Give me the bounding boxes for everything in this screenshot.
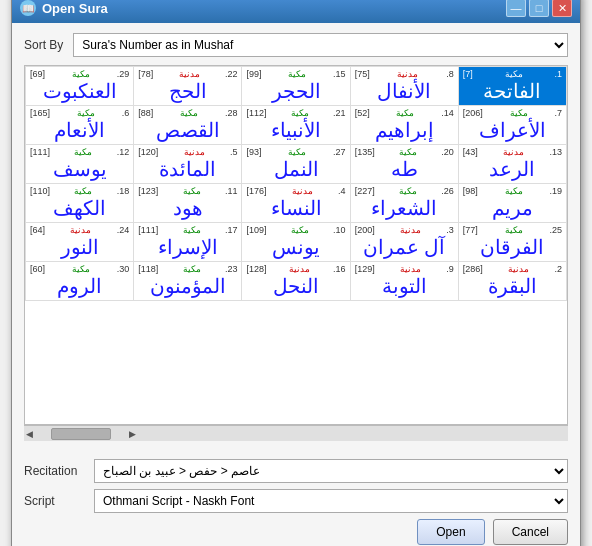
sura-verse-count: [227] bbox=[355, 186, 375, 196]
sura-type: مدنية bbox=[179, 69, 200, 79]
sura-type: مدنية bbox=[397, 69, 418, 79]
sura-type: مكية bbox=[399, 186, 417, 196]
table-row[interactable]: 5. مدنية [120] المائدة bbox=[134, 145, 242, 184]
sura-type: مكية bbox=[180, 108, 198, 118]
maximize-button[interactable]: □ bbox=[529, 0, 549, 17]
sura-verse-count: [206] bbox=[463, 108, 483, 118]
sura-type: مكية bbox=[183, 186, 201, 196]
window-title: Open Sura bbox=[42, 1, 108, 16]
sura-type: مدنية bbox=[508, 264, 529, 274]
table-row[interactable]: 27. مكية [93] النمل bbox=[242, 145, 350, 184]
sura-grid[interactable]: 1. مكية [7] الفاتحة 8. مدنية [75] الأنفا… bbox=[24, 65, 568, 425]
sura-verse-count: [75] bbox=[355, 69, 370, 79]
open-button[interactable]: Open bbox=[417, 519, 484, 545]
sort-by-select[interactable]: Sura's Number as in Mushaf bbox=[73, 33, 568, 57]
sura-number: 18. bbox=[117, 186, 130, 196]
table-row[interactable]: 19. مكية [98] مريم bbox=[458, 184, 566, 223]
titlebar-buttons: — □ ✕ bbox=[506, 0, 572, 17]
sura-type: مكية bbox=[291, 108, 309, 118]
minimize-button[interactable]: — bbox=[506, 0, 526, 17]
sura-verse-count: [111] bbox=[30, 147, 50, 157]
table-row[interactable]: 25. مكية [77] الفرقان bbox=[458, 223, 566, 262]
sura-type: مكية bbox=[399, 147, 417, 157]
sura-name: الرعد bbox=[463, 157, 562, 181]
table-row[interactable]: 7. مكية [206] الأعراف bbox=[458, 106, 566, 145]
sura-name: الحج bbox=[138, 79, 237, 103]
table-row[interactable]: 9. مدنية [129] التوبة bbox=[350, 262, 458, 301]
table-row[interactable]: 13. مدنية [43] الرعد bbox=[458, 145, 566, 184]
sura-type: مكية bbox=[396, 108, 414, 118]
sura-verse-count: [52] bbox=[355, 108, 370, 118]
table-row[interactable]: 16. مدنية [128] النحل bbox=[242, 262, 350, 301]
horizontal-scrollbar[interactable]: ◀ ▶ bbox=[24, 425, 568, 441]
script-select[interactable]: Othmani Script - Naskh Font bbox=[94, 489, 568, 513]
scroll-left-arrow[interactable]: ◀ bbox=[26, 429, 33, 439]
sura-name: إبراهيم bbox=[355, 118, 454, 142]
sura-name: النساء bbox=[246, 196, 345, 220]
sura-number: 30. bbox=[117, 264, 130, 274]
sura-name: الكهف bbox=[30, 196, 129, 220]
table-row[interactable]: 26. مكية [227] الشعراء bbox=[350, 184, 458, 223]
sura-verse-count: [88] bbox=[138, 108, 153, 118]
table-row[interactable]: 15. مكية [99] الحجر bbox=[242, 67, 350, 106]
recitation-label: Recitation bbox=[24, 464, 94, 478]
sura-verse-count: [93] bbox=[246, 147, 261, 157]
sura-name: الأعراف bbox=[463, 118, 562, 142]
table-row[interactable]: 18. مكية [110] الكهف bbox=[26, 184, 134, 223]
sura-verse-count: [200] bbox=[355, 225, 375, 235]
table-row[interactable]: 6. مكية [165] الأنعام bbox=[26, 106, 134, 145]
table-row[interactable]: 17. مكية [111] الإسراء bbox=[134, 223, 242, 262]
table-row[interactable]: 8. مدنية [75] الأنفال bbox=[350, 67, 458, 106]
sura-type: مدنية bbox=[184, 147, 205, 157]
sura-type: مدنية bbox=[400, 225, 421, 235]
sura-number: 27. bbox=[333, 147, 346, 157]
table-row[interactable]: 11. مكية [123] هود bbox=[134, 184, 242, 223]
cancel-button[interactable]: Cancel bbox=[493, 519, 568, 545]
table-row[interactable]: 29. مكية [69] العنكبوت bbox=[26, 67, 134, 106]
sura-number: 10. bbox=[333, 225, 346, 235]
script-row: Script Othmani Script - Naskh Font bbox=[24, 489, 568, 513]
table-row[interactable]: 21. مكية [112] الأنبياء bbox=[242, 106, 350, 145]
table-row[interactable]: 24. مدنية [64] النور bbox=[26, 223, 134, 262]
titlebar: 📖 Open Sura — □ ✕ bbox=[12, 0, 580, 23]
recitation-select[interactable]: عاصم < حفص < عبيد بن الصباح bbox=[94, 459, 568, 483]
sura-type: مدنية bbox=[70, 225, 91, 235]
table-row[interactable]: 12. مكية [111] يوسف bbox=[26, 145, 134, 184]
table-row[interactable]: 28. مكية [88] القصص bbox=[134, 106, 242, 145]
sura-number: 12. bbox=[117, 147, 130, 157]
table-row[interactable]: 23. مكية [118] المؤمنون bbox=[134, 262, 242, 301]
sura-name: آل عمران bbox=[355, 235, 454, 259]
sura-type: مكية bbox=[183, 225, 201, 235]
sura-number: 20. bbox=[441, 147, 454, 157]
sura-name: العنكبوت bbox=[30, 79, 129, 103]
table-row[interactable]: 30. مكية [60] الروم bbox=[26, 262, 134, 301]
sura-type: مكية bbox=[183, 264, 201, 274]
sura-type: مكية bbox=[505, 186, 523, 196]
table-row[interactable]: 3. مدنية [200] آل عمران bbox=[350, 223, 458, 262]
sura-name: القصص bbox=[138, 118, 237, 142]
sura-number: 16. bbox=[333, 264, 346, 274]
sura-verse-count: [112] bbox=[246, 108, 266, 118]
sura-name: المؤمنون bbox=[138, 274, 237, 298]
sura-name: الروم bbox=[30, 274, 129, 298]
sura-number: 9. bbox=[446, 264, 454, 274]
sura-table: 1. مكية [7] الفاتحة 8. مدنية [75] الأنفا… bbox=[25, 66, 567, 301]
table-row[interactable]: 20. مكية [135] طه bbox=[350, 145, 458, 184]
table-row[interactable]: 14. مكية [52] إبراهيم bbox=[350, 106, 458, 145]
table-row[interactable]: 1. مكية [7] الفاتحة bbox=[458, 67, 566, 106]
sura-verse-count: [64] bbox=[30, 225, 45, 235]
sura-number: 23. bbox=[225, 264, 238, 274]
sura-name: هود bbox=[138, 196, 237, 220]
sura-type: مكية bbox=[505, 225, 523, 235]
table-row[interactable]: 22. مدنية [78] الحج bbox=[134, 67, 242, 106]
scroll-right-arrow[interactable]: ▶ bbox=[129, 429, 136, 439]
table-row[interactable]: 2. مدنية [286] البقرة bbox=[458, 262, 566, 301]
close-button[interactable]: ✕ bbox=[552, 0, 572, 17]
sura-name: الأنبياء bbox=[246, 118, 345, 142]
scroll-thumb[interactable] bbox=[51, 428, 111, 440]
sura-verse-count: [120] bbox=[138, 147, 158, 157]
titlebar-left: 📖 Open Sura bbox=[20, 0, 108, 16]
sura-number: 1. bbox=[554, 69, 562, 79]
table-row[interactable]: 10. مكية [109] يونس bbox=[242, 223, 350, 262]
table-row[interactable]: 4. مدنية [176] النساء bbox=[242, 184, 350, 223]
